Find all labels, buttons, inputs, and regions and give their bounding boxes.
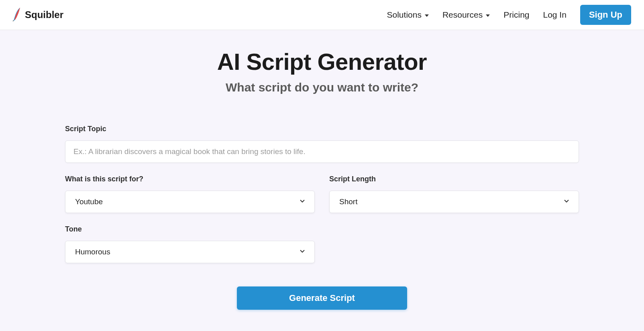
header: Squibler Solutions Resources Pricing Log… xyxy=(0,0,644,30)
script-for-select[interactable]: Youtube xyxy=(65,191,315,213)
chevron-down-icon xyxy=(298,197,306,207)
script-form: Script Topic What is this script for? Yo… xyxy=(65,125,579,310)
page-title: AI Script Generator xyxy=(217,48,427,75)
topic-input[interactable] xyxy=(65,140,579,163)
script-length-field-group: Script Length Short xyxy=(329,175,579,213)
script-length-select[interactable]: Short xyxy=(329,191,579,213)
nav-solutions-label: Solutions xyxy=(387,10,422,20)
nav-login-label: Log In xyxy=(543,10,567,20)
main-content: AI Script Generator What script do you w… xyxy=(0,30,644,331)
nav-login[interactable]: Log In xyxy=(543,10,567,20)
script-for-label: What is this script for? xyxy=(65,175,315,183)
topic-label: Script Topic xyxy=(65,125,579,133)
generate-wrap: Generate Script xyxy=(65,286,579,310)
signup-button[interactable]: Sign Up xyxy=(580,5,631,25)
feather-icon xyxy=(11,7,21,23)
logo[interactable]: Squibler xyxy=(11,7,63,23)
chevron-down-icon xyxy=(562,197,571,207)
script-length-value: Short xyxy=(339,197,357,206)
generate-script-button[interactable]: Generate Script xyxy=(237,286,407,310)
brand-name: Squibler xyxy=(25,9,63,20)
tone-label: Tone xyxy=(65,225,315,234)
nav-resources-label: Resources xyxy=(442,10,483,20)
form-row-1: What is this script for? Youtube Script … xyxy=(65,175,579,213)
script-length-label: Script Length xyxy=(329,175,579,183)
caret-down-icon xyxy=(425,14,429,17)
tone-field-group: Tone Humorous xyxy=(65,225,315,263)
tone-select[interactable]: Humorous xyxy=(65,241,315,263)
topic-field-group: Script Topic xyxy=(65,125,579,163)
form-row-2: Tone Humorous xyxy=(65,225,579,263)
chevron-down-icon xyxy=(298,247,306,257)
empty-col xyxy=(329,225,579,263)
caret-down-icon xyxy=(486,14,490,17)
nav-resources[interactable]: Resources xyxy=(442,10,490,20)
script-for-field-group: What is this script for? Youtube xyxy=(65,175,315,213)
nav-pricing-label: Pricing xyxy=(503,10,529,20)
nav-solutions[interactable]: Solutions xyxy=(387,10,429,20)
main-nav: Solutions Resources Pricing Log In Sign … xyxy=(387,5,631,25)
tone-value: Humorous xyxy=(75,248,110,256)
page-subtitle: What script do you want to write? xyxy=(226,81,418,94)
script-for-value: Youtube xyxy=(75,197,103,206)
nav-pricing[interactable]: Pricing xyxy=(503,10,529,20)
